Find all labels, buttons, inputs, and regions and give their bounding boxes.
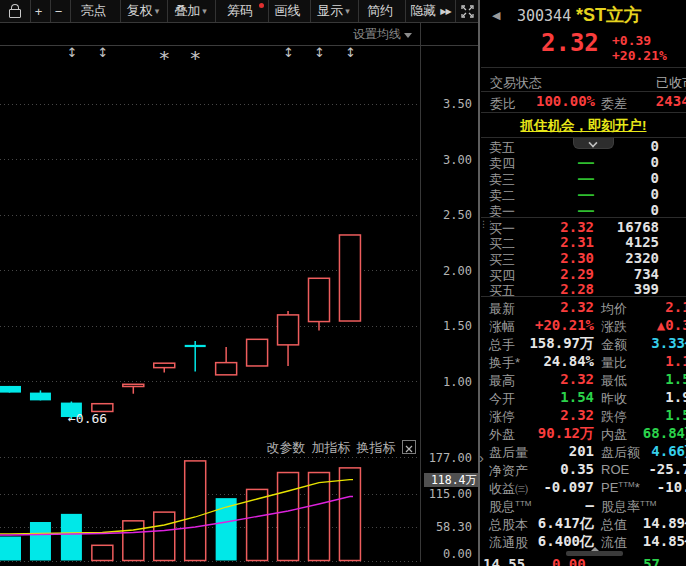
stat-value: -10.9 xyxy=(614,479,686,495)
updown-marker-icon: ↕ xyxy=(97,45,108,60)
stat-value: 1.17 xyxy=(614,353,686,369)
splitter-arrow-up-icon xyxy=(591,547,599,551)
divider xyxy=(481,67,686,68)
stats-row: 总股本 6.417亿 总值 14.89亿 xyxy=(481,514,686,532)
stat-value: 90.12万 xyxy=(511,425,594,443)
stats-row: 外盘 90.12万 内盘 68.84万 xyxy=(481,424,686,442)
price-volume-chart[interactable] xyxy=(0,0,479,566)
order-quantity: 0 xyxy=(580,202,659,218)
stat-value: 6.417亿 xyxy=(511,515,594,533)
stat-value: 2.32 xyxy=(511,299,594,315)
stats-row: 总手 158.97万 金额 3.33亿 xyxy=(481,334,686,352)
stats-row: 最高 2.32 最低 1.54 xyxy=(481,370,686,388)
order-book-row[interactable]: 买五 2.28 399 xyxy=(481,281,686,297)
order-book-separator xyxy=(481,217,686,218)
axis-tick-label: 3.00 xyxy=(420,153,472,167)
stats-row: 流通股 6.400亿 流值 14.85亿 xyxy=(481,532,686,550)
stats-row: 涨停 2.32 跌停 1.54 xyxy=(481,406,686,424)
order-quantity: 0 xyxy=(580,170,659,186)
stock-app-window: + − 亮点 复权 ▾ 叠加 ▾ 筹码 画线 显示 ▾ xyxy=(0,0,686,566)
chart-right-border xyxy=(420,23,421,562)
open-account-link[interactable]: 抓住机会，即刻开户! xyxy=(521,118,647,133)
order-book-row[interactable]: 买四 2.29 734 xyxy=(481,266,686,282)
order-book-row[interactable]: 卖三 — 0 xyxy=(481,170,686,186)
stat-value: 1.54 xyxy=(614,371,686,387)
close-indicator-button[interactable] xyxy=(402,440,416,454)
stat-value: 2.32 xyxy=(511,407,594,423)
updown-marker-icon: ↕ xyxy=(66,45,77,60)
order-book-row[interactable]: 买二 2.31 4125 xyxy=(481,234,686,250)
stat-value: 4.66万 xyxy=(614,443,686,461)
stat-value: 1.54 xyxy=(614,407,686,423)
order-quantity: 0 xyxy=(580,154,659,170)
ticker-value: 14.55 xyxy=(483,556,525,566)
order-book-row[interactable]: 卖一 — 0 xyxy=(481,202,686,218)
order-quantity: 734 xyxy=(580,266,659,282)
weicha-label: 委差 xyxy=(601,95,627,113)
order-quantity: 16768 xyxy=(580,219,659,235)
stat-value: 201 xyxy=(511,443,594,459)
low-price-annotation: ←0.66 xyxy=(68,411,107,426)
stat-value: — xyxy=(511,497,594,513)
switch-indicator-link[interactable]: 换指标 xyxy=(354,439,398,457)
order-book-row[interactable]: 卖四 — 0 xyxy=(481,154,686,170)
weicha-value: 24343 xyxy=(650,93,686,109)
collapse-sell-levels-tab[interactable] xyxy=(573,138,614,149)
session-status: 已收市 xyxy=(656,74,686,92)
ticker-change: 0.00 xyxy=(552,556,585,566)
ticker-volume: 57 xyxy=(630,556,660,566)
volume-ma-badge: 118.4万 xyxy=(424,473,478,487)
axis-tick-label: 1.00 xyxy=(420,375,472,389)
price-change-pct: +20.21% xyxy=(612,48,667,63)
price-change: +0.39 xyxy=(612,33,651,48)
order-quantity: 2320 xyxy=(580,250,659,266)
axis-tick-label: 177.00 xyxy=(420,451,472,465)
order-book-row[interactable]: 买三 2.30 2320 xyxy=(481,250,686,266)
order-book-row[interactable]: 买一 2.32 16768 xyxy=(481,219,686,235)
stat-value: 68.84万 xyxy=(614,425,686,443)
stat-value: +20.21% xyxy=(511,317,594,333)
stat-value: 1.93 xyxy=(614,389,686,405)
stat-value: -25.73 xyxy=(614,461,686,477)
order-quantity: 0 xyxy=(580,186,659,202)
splitter-grip-icon[interactable]: ⋮⋮ xyxy=(479,219,493,229)
stat-value: 0.35 xyxy=(511,461,594,477)
axis-tick-label: 0.00 xyxy=(420,547,472,561)
star-marker-icon: * xyxy=(190,46,200,70)
stats-row: 今开 1.54 昨收 1.93 xyxy=(481,388,686,406)
stats-row: 换手* 24.84% 量比 1.17 xyxy=(481,352,686,370)
divider xyxy=(481,112,686,113)
last-price: 2.32 xyxy=(541,29,599,57)
collapse-panel-icon[interactable]: ◀ xyxy=(492,9,500,22)
axis-tick-label: 2.00 xyxy=(420,264,472,278)
stats-row: 股息TTM — 股息率TTM xyxy=(481,496,686,514)
updown-marker-icon: ↕ xyxy=(314,45,325,60)
panel-divider[interactable] xyxy=(478,0,480,566)
order-quantity: 4125 xyxy=(580,234,659,250)
divider xyxy=(481,91,686,92)
updown-marker-icon: ↕ xyxy=(283,45,294,60)
stat-value: 2.32 xyxy=(511,371,594,387)
order-book-row[interactable]: 卖五 0 xyxy=(481,138,686,154)
stat-value: -0.097 xyxy=(511,479,594,495)
chevron-down-icon xyxy=(588,138,597,147)
order-book-row[interactable]: 卖二 — 0 xyxy=(481,186,686,202)
star-marker-icon: * xyxy=(159,46,169,70)
stats-row: 最新 2.32 均价 2.10 xyxy=(481,298,686,316)
stats-row: 涨幅 +20.21% 涨跌 ▲0.39 xyxy=(481,316,686,334)
stat-value: 24.84% xyxy=(511,353,594,369)
axis-tick-label: 58.30 xyxy=(420,520,472,534)
stat-value: 3.33亿 xyxy=(614,335,686,353)
axis-tick-label: 2.50 xyxy=(420,208,472,222)
axis-tick-label: 115.00 xyxy=(420,487,472,501)
session-label: 交易状态 xyxy=(490,74,542,92)
order-quantity: 399 xyxy=(580,281,659,297)
stock-code: 300344 xyxy=(517,7,571,25)
stat-value: ▲0.39 xyxy=(614,317,686,333)
stat-value: 1.54 xyxy=(511,389,594,405)
stat-value: 2.10 xyxy=(614,299,686,315)
add-indicator-link[interactable]: 加指标 xyxy=(309,439,353,457)
stat-value: 14.85亿 xyxy=(614,533,686,551)
stats-row: 盘后量 201 盘后额 4.66万 xyxy=(481,442,686,460)
change-params-link[interactable]: 改参数 xyxy=(264,439,308,457)
